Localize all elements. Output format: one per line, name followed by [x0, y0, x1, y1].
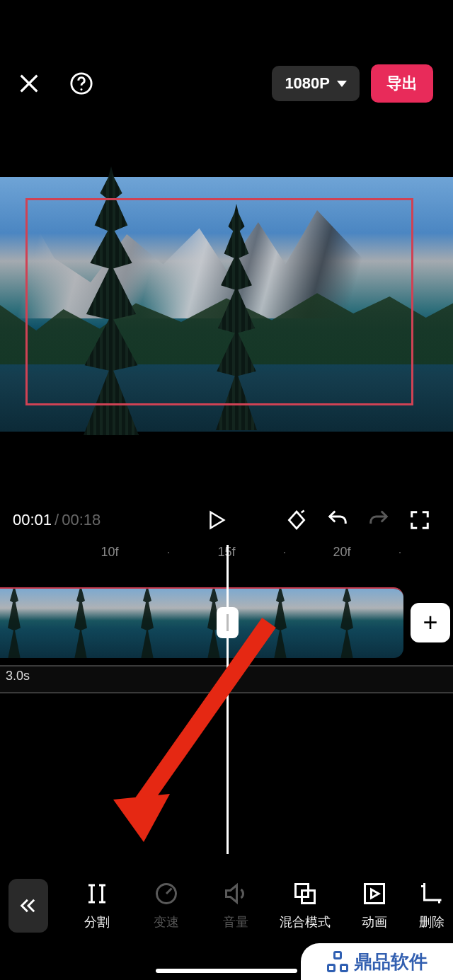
ruler-mark: 20f: [333, 545, 350, 560]
resolution-label: 1080P: [285, 74, 330, 93]
home-indicator[interactable]: [156, 969, 297, 973]
keyframe-button[interactable]: [276, 509, 317, 531]
crop-frame[interactable]: [25, 198, 413, 405]
export-button[interactable]: 导出: [371, 64, 433, 103]
speed-icon: [154, 881, 179, 906]
blend-icon: [292, 881, 318, 906]
resolution-button[interactable]: 1080P: [272, 66, 360, 101]
crop-icon: [419, 881, 445, 906]
chevrons-left-icon: [18, 896, 38, 916]
close-button[interactable]: [17, 71, 41, 96]
fullscreen-icon: [409, 509, 430, 531]
help-icon: [69, 71, 93, 96]
clip-thumbnail: [333, 589, 399, 658]
playhead[interactable]: [226, 545, 229, 854]
tool-split[interactable]: 分割: [64, 881, 130, 930]
ruler-mark: 10f: [101, 545, 118, 560]
video-preview[interactable]: [0, 177, 453, 432]
svg-rect-6: [365, 884, 384, 904]
tool-label: 删除: [419, 913, 445, 930]
play-button[interactable]: [195, 508, 236, 532]
svg-point-1: [81, 88, 83, 91]
help-button[interactable]: [69, 71, 93, 96]
animation-icon: [362, 881, 387, 906]
tool-label: 音量: [223, 913, 248, 930]
bottom-toolbar: 分割 变速 音量 混合模式 动画 删除: [0, 867, 453, 945]
keyframe-icon: [285, 509, 308, 531]
current-time: 00:01: [13, 511, 52, 529]
redo-icon: [367, 509, 391, 531]
split-icon: [84, 881, 110, 906]
tool-label: 动画: [362, 913, 387, 930]
watermark-text: 鼎品软件: [354, 950, 428, 974]
close-icon: [17, 71, 41, 96]
play-icon: [205, 508, 226, 532]
tool-volume[interactable]: 音量: [202, 881, 269, 930]
top-bar: 1080P 导出: [0, 64, 453, 103]
subclip-duration: 3.0s: [6, 669, 30, 684]
chevron-down-icon: [337, 81, 347, 87]
clip-thumbnail: [133, 589, 200, 658]
tool-blend[interactable]: 混合模式: [272, 881, 338, 930]
time-display: 00:01/00:18: [13, 511, 101, 529]
playback-bar: 00:01/00:18: [0, 501, 453, 539]
tool-speed[interactable]: 变速: [133, 881, 200, 930]
toolbar-back-button[interactable]: [8, 879, 48, 933]
clip-thumbnail: [67, 589, 133, 658]
volume-icon: [223, 881, 248, 906]
playhead-handle[interactable]: [217, 607, 239, 638]
undo-icon: [326, 509, 350, 531]
add-clip-button[interactable]: +: [411, 603, 450, 642]
redo-button[interactable]: [358, 509, 399, 531]
tool-label: 变速: [154, 913, 179, 930]
watermark-logo-icon: [327, 951, 348, 972]
undo-button[interactable]: [317, 509, 358, 531]
tool-label: 分割: [84, 913, 110, 930]
plus-icon: +: [423, 608, 437, 638]
video-clip[interactable]: [0, 587, 403, 658]
tool-animation[interactable]: 动画: [341, 881, 408, 930]
tool-delete[interactable]: 删除: [411, 881, 453, 930]
watermark: 鼎品软件: [301, 943, 453, 980]
clip-thumbnail: [266, 589, 333, 658]
clip-thumbnail: [0, 589, 67, 658]
clip-thumbnail: [399, 589, 403, 658]
total-time: 00:18: [62, 511, 101, 529]
fullscreen-button[interactable]: [399, 509, 440, 531]
tool-label: 混合模式: [280, 913, 331, 930]
